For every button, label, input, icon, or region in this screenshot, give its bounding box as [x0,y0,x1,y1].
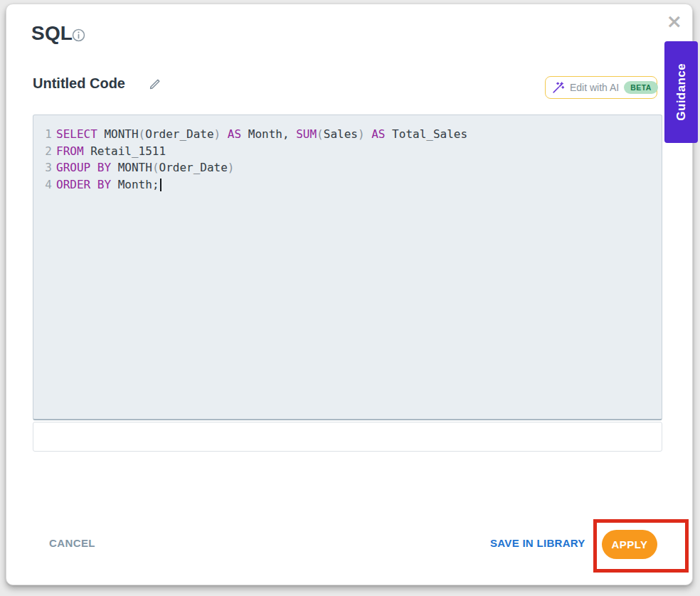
cancel-button[interactable]: CANCEL [49,537,95,549]
magic-wand-icon [551,81,565,95]
apply-button[interactable]: APPLY [602,530,657,559]
code-line: 1SELECT MONTH(Order_Date) AS Month, SUM(… [33,126,662,143]
modal-title: SQL [31,22,73,45]
line-number: 1 [43,126,52,143]
code-title: Untitled Code [33,75,125,92]
edit-with-ai-button[interactable]: Edit with AI BETA [545,76,657,99]
save-in-library-button[interactable]: SAVE IN LIBRARY [490,537,585,549]
code-line: 3GROUP BY MONTH(Order_Date) [33,159,662,176]
line-number: 3 [43,159,52,176]
text-cursor [160,179,161,191]
info-icon[interactable] [72,28,85,45]
beta-badge: BETA [624,81,657,94]
guidance-tab[interactable]: Guidance [664,41,698,143]
sql-editor-modal: × SQL Untitled Code Edit with AI BETA Gu [6,4,693,585]
sql-code-editor[interactable]: 1SELECT MONTH(Order_Date) AS Month, SUM(… [33,115,662,420]
line-number: 4 [43,176,52,193]
code-line: 2FROM Retail_1511 [33,143,662,160]
close-icon[interactable]: × [666,11,682,31]
code-lines: 1SELECT MONTH(Order_Date) AS Month, SUM(… [33,126,662,193]
line-number: 2 [43,143,52,160]
guidance-tab-label: Guidance [674,63,689,121]
edit-with-ai-label: Edit with AI [570,82,619,93]
editor-footer-box [33,422,662,452]
edit-pencil-icon[interactable] [148,78,161,94]
code-line: 4ORDER BY Month; [33,176,662,193]
